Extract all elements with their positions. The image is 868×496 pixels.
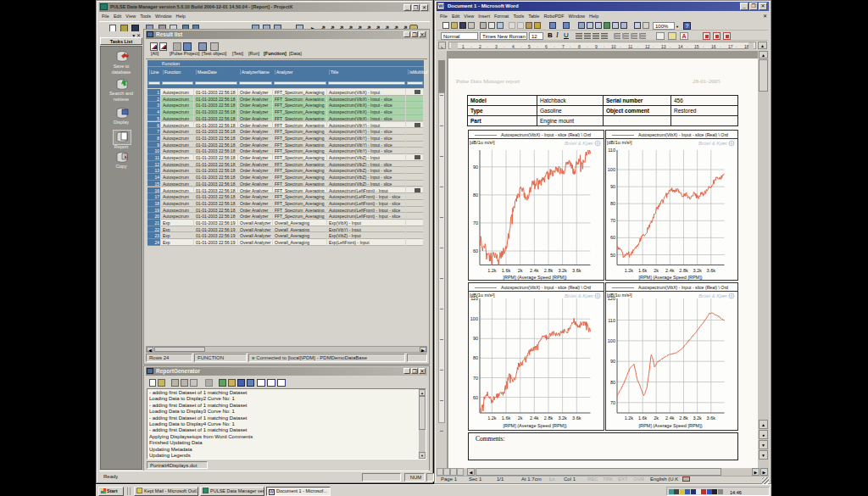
svg-text:2.8k: 2.8k: [544, 268, 554, 273]
svg-text:2.4k: 2.4k: [665, 415, 675, 421]
svg-text:1.2k: 1.2k: [487, 268, 497, 273]
svg-text:90: 90: [473, 164, 478, 170]
svg-text:1.6k: 1.6k: [502, 268, 511, 273]
svg-text:[RPM] (Average Speed [RPM]): [RPM] (Average Speed [RPM]): [638, 423, 702, 428]
svg-text:60: 60: [473, 248, 478, 254]
svg-text:100: 100: [608, 338, 615, 343]
svg-text:1.6k: 1.6k: [638, 268, 648, 273]
svg-text:70: 70: [610, 400, 615, 405]
svg-text:70: 70: [473, 376, 478, 381]
svg-text:110: 110: [608, 148, 615, 153]
svg-text:2k: 2k: [518, 415, 523, 421]
svg-text:3.6k: 3.6k: [572, 415, 581, 421]
svg-text:80: 80: [610, 201, 615, 206]
svg-text:70: 70: [473, 220, 478, 226]
svg-text:80: 80: [473, 355, 478, 360]
svg-text:100: 100: [608, 167, 615, 172]
svg-text:3.6k: 3.6k: [707, 415, 716, 421]
svg-text:[dB/1u m/s²]: [dB/1u m/s²]: [607, 293, 632, 298]
svg-text:50: 50: [610, 253, 615, 258]
svg-text:110: 110: [608, 318, 615, 323]
svg-text:2.8k: 2.8k: [679, 268, 688, 273]
svg-text:3.6k: 3.6k: [572, 268, 581, 273]
svg-text:2.8k: 2.8k: [544, 415, 554, 421]
svg-text:[RPM] (Average Speed [RPM]): [RPM] (Average Speed [RPM]): [638, 275, 702, 280]
svg-text:3.2k: 3.2k: [693, 415, 702, 421]
svg-text:2.8k: 2.8k: [679, 415, 688, 421]
svg-text:1.2k: 1.2k: [487, 415, 497, 421]
svg-text:3.2k: 3.2k: [558, 415, 567, 421]
svg-text:80: 80: [610, 380, 615, 385]
svg-text:90: 90: [473, 336, 478, 341]
svg-text:80: 80: [473, 192, 478, 198]
svg-text:2k: 2k: [654, 268, 659, 273]
svg-text:60: 60: [473, 395, 478, 400]
svg-text:1.2k: 1.2k: [625, 415, 634, 421]
svg-text:90: 90: [610, 359, 615, 364]
svg-text:2.4k: 2.4k: [530, 268, 539, 273]
svg-text:100: 100: [470, 316, 478, 321]
svg-text:1.2k: 1.2k: [625, 268, 634, 273]
svg-text:Brüel & Kjær: Brüel & Kjær: [698, 293, 728, 298]
svg-text:70: 70: [610, 218, 615, 223]
svg-text:2.4k: 2.4k: [665, 268, 675, 273]
svg-text:[dB/1u m/s²]: [dB/1u m/s²]: [607, 140, 632, 145]
svg-text:3.6k: 3.6k: [707, 268, 716, 273]
svg-text:2k: 2k: [518, 268, 523, 273]
svg-text:90: 90: [610, 184, 615, 189]
svg-text:[dB/1u m/s²]: [dB/1u m/s²]: [470, 293, 495, 298]
svg-text:60: 60: [610, 235, 615, 240]
svg-text:[RPM] (Average Speed [RPM]): [RPM] (Average Speed [RPM]): [503, 423, 566, 428]
svg-text:1.6k: 1.6k: [502, 415, 511, 421]
svg-text:Brüel & Kjær: Brüel & Kjær: [565, 141, 594, 146]
svg-text:1.6k: 1.6k: [638, 415, 648, 421]
svg-text:Brüel & Kjær: Brüel & Kjær: [698, 141, 728, 146]
svg-text:[RPM] (Average Speed [RPM]): [RPM] (Average Speed [RPM]): [503, 275, 566, 280]
svg-text:3.2k: 3.2k: [693, 268, 702, 273]
svg-text:2.4k: 2.4k: [530, 415, 539, 421]
svg-text:Brüel & Kjær: Brüel & Kjær: [565, 293, 594, 298]
svg-text:[dB/1u m/s²]: [dB/1u m/s²]: [470, 140, 495, 145]
svg-text:3.2k: 3.2k: [558, 268, 567, 273]
svg-text:2k: 2k: [654, 415, 659, 421]
